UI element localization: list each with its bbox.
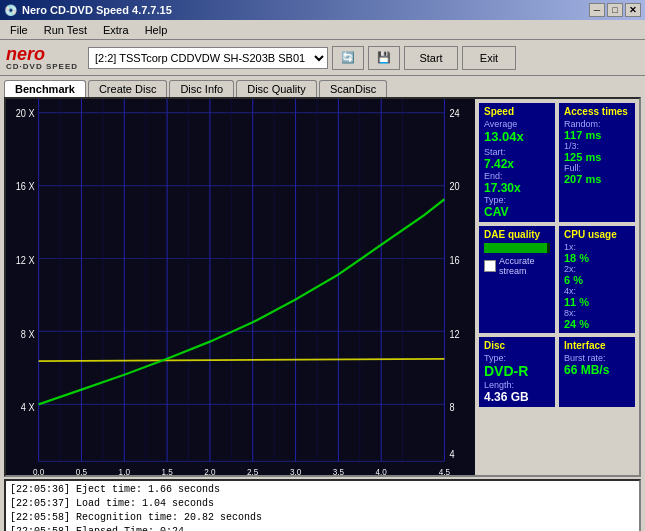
svg-text:3.5: 3.5: [333, 467, 344, 475]
svg-text:20 X: 20 X: [16, 108, 35, 120]
tab-scan-disc[interactable]: ScanDisc: [319, 80, 387, 97]
window-title: Nero CD-DVD Speed 4.7.7.15: [22, 4, 172, 16]
log-entry-0: [22:05:36] Eject time: 1.66 seconds: [10, 483, 635, 497]
svg-text:8 X: 8 X: [21, 329, 35, 341]
dae-bar: [484, 243, 550, 253]
burst-label: Burst rate:: [564, 353, 630, 363]
start-button[interactable]: Start: [404, 46, 458, 70]
svg-text:12 X: 12 X: [16, 255, 35, 267]
svg-text:4.5: 4.5: [439, 467, 450, 475]
speed-access-row: Speed Average 13.04x Start: 7.42x End: 1…: [479, 103, 635, 222]
log-entry-1: [22:05:37] Load time: 1.04 seconds: [10, 497, 635, 511]
speed-panel: Speed Average 13.04x Start: 7.42x End: 1…: [479, 103, 555, 222]
nero-logo: nero CD·DVD SPEED: [6, 45, 78, 71]
svg-text:1.5: 1.5: [161, 467, 172, 475]
cd-dvd-speed-text: CD·DVD SPEED: [6, 63, 78, 71]
dae-cpu-row: DAE quality Accurate stream CPU usage 1x…: [479, 226, 635, 333]
interface-title: Interface: [564, 340, 630, 351]
access-panel: Access times Random: 117 ms 1/3: 125 ms …: [559, 103, 635, 222]
close-button[interactable]: ✕: [625, 3, 641, 17]
log-entry-3: [22:05:58] Elapsed Time: 0:24: [10, 525, 635, 531]
cpu-panel: CPU usage 1x: 18 % 2x: 6 % 4x: 11 % 8x: …: [559, 226, 635, 333]
svg-text:4.0: 4.0: [376, 467, 387, 475]
cpu-1x-value: 18 %: [564, 252, 630, 264]
interface-panel: Interface Burst rate: 66 MB/s: [559, 337, 635, 407]
chart-area: 20 X 16 X 12 X 8 X 4 X 24 20 16 12 8 4: [6, 99, 475, 475]
cpu-8x-label: 8x:: [564, 308, 630, 318]
svg-text:1.0: 1.0: [119, 467, 130, 475]
menu-file[interactable]: File: [4, 23, 34, 37]
toolbar: nero CD·DVD SPEED [2:2] TSSTcorp CDDVDW …: [0, 40, 645, 76]
chart-svg: 20 X 16 X 12 X 8 X 4 X 24 20 16 12 8 4: [6, 99, 475, 475]
maximize-button[interactable]: □: [607, 3, 623, 17]
end-value: 17.30x: [484, 181, 550, 195]
cpu-2x-label: 2x:: [564, 264, 630, 274]
burst-value: 66 MB/s: [564, 363, 630, 377]
tab-create-disc[interactable]: Create Disc: [88, 80, 167, 97]
one-third-value: 125 ms: [564, 151, 630, 163]
disc-length-label: Length:: [484, 380, 550, 390]
svg-text:16 X: 16 X: [16, 181, 35, 193]
disc-panel: Disc Type: DVD-R Length: 4.36 GB: [479, 337, 555, 407]
refresh-button[interactable]: 🔄: [332, 46, 364, 70]
type-value: CAV: [484, 205, 550, 219]
start-value: 7.42x: [484, 157, 550, 171]
type-label: Type:: [484, 195, 550, 205]
save-button[interactable]: 💾: [368, 46, 400, 70]
exit-button[interactable]: Exit: [462, 46, 516, 70]
tab-disc-info[interactable]: Disc Info: [169, 80, 234, 97]
access-title: Access times: [564, 106, 630, 117]
cpu-title: CPU usage: [564, 229, 630, 240]
svg-text:4: 4: [450, 448, 456, 460]
dae-bar-fill: [484, 243, 547, 253]
svg-text:24: 24: [450, 108, 461, 120]
log-area[interactable]: [22:05:36] Eject time: 1.66 seconds [22:…: [4, 479, 641, 531]
dae-stream-label: stream: [499, 266, 535, 276]
nero-text: nero: [6, 45, 78, 63]
one-third-label: 1/3:: [564, 141, 630, 151]
svg-text:3.0: 3.0: [290, 467, 301, 475]
dae-checkbox-row: Accurate stream: [484, 256, 550, 276]
average-value: 13.04x: [484, 129, 550, 144]
dae-checkbox[interactable]: [484, 260, 496, 272]
random-label: Random:: [564, 119, 630, 129]
menu-runtest[interactable]: Run Test: [38, 23, 93, 37]
svg-text:12: 12: [450, 329, 460, 341]
minimize-button[interactable]: ─: [589, 3, 605, 17]
disc-title: Disc: [484, 340, 550, 351]
tabs-bar: Benchmark Create Disc Disc Info Disc Qua…: [0, 76, 645, 97]
disc-interface-row: Disc Type: DVD-R Length: 4.36 GB Interfa…: [479, 337, 635, 407]
cpu-4x-label: 4x:: [564, 286, 630, 296]
cpu-4x-value: 11 %: [564, 296, 630, 308]
cpu-1x-label: 1x:: [564, 242, 630, 252]
full-label: Full:: [564, 163, 630, 173]
start-label: Start:: [484, 147, 550, 157]
dae-panel: DAE quality Accurate stream: [479, 226, 555, 333]
svg-text:16: 16: [450, 255, 460, 267]
menu-bar: File Run Test Extra Help: [0, 20, 645, 40]
main-content: 20 X 16 X 12 X 8 X 4 X 24 20 16 12 8 4: [4, 97, 641, 477]
dae-accurate-label: Accurate: [499, 256, 535, 266]
chart-wrapper: 20 X 16 X 12 X 8 X 4 X 24 20 16 12 8 4: [6, 99, 475, 475]
log-entry-2: [22:05:58] Recognition time: 20.82 secon…: [10, 511, 635, 525]
speed-title: Speed: [484, 106, 550, 117]
menu-extra[interactable]: Extra: [97, 23, 135, 37]
disc-type-value: DVD-R: [484, 363, 550, 379]
svg-rect-0: [6, 99, 475, 475]
cpu-8x-value: 24 %: [564, 318, 630, 330]
svg-text:0.0: 0.0: [33, 467, 44, 475]
right-panel: Speed Average 13.04x Start: 7.42x End: 1…: [475, 99, 639, 475]
dae-title: DAE quality: [484, 229, 550, 240]
title-bar: 💿 Nero CD-DVD Speed 4.7.7.15 ─ □ ✕: [0, 0, 645, 20]
disc-type-label: Type:: [484, 353, 550, 363]
menu-help[interactable]: Help: [139, 23, 174, 37]
svg-text:0.5: 0.5: [76, 467, 87, 475]
drive-select[interactable]: [2:2] TSSTcorp CDDVDW SH-S203B SB01: [88, 47, 328, 69]
svg-text:4 X: 4 X: [21, 402, 35, 414]
end-label: End:: [484, 171, 550, 181]
app-icon: 💿: [4, 4, 18, 17]
title-controls: ─ □ ✕: [589, 3, 641, 17]
tab-benchmark[interactable]: Benchmark: [4, 80, 86, 97]
svg-text:8: 8: [450, 402, 455, 414]
tab-disc-quality[interactable]: Disc Quality: [236, 80, 317, 97]
